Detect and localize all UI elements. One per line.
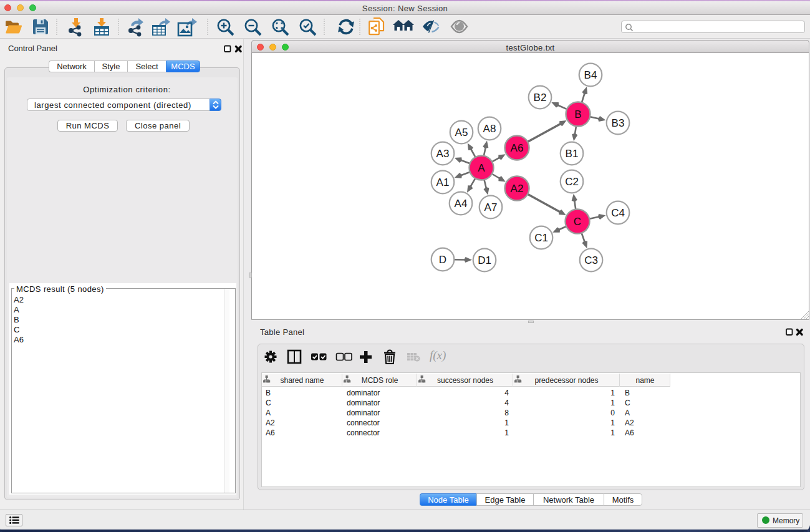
svg-text:B3: B3: [612, 117, 625, 129]
svg-text:A3: A3: [436, 148, 450, 160]
svg-text:B1: B1: [566, 148, 579, 160]
svg-text:A: A: [478, 162, 485, 174]
svg-text:B4: B4: [584, 69, 597, 81]
svg-text:C2: C2: [565, 176, 579, 188]
svg-text:A8: A8: [483, 123, 496, 135]
svg-text:A4: A4: [455, 198, 468, 210]
svg-text:C1: C1: [534, 232, 548, 244]
svg-text:C4: C4: [611, 207, 625, 219]
svg-text:A2: A2: [511, 183, 524, 195]
svg-text:B: B: [574, 109, 581, 120]
svg-text:D: D: [439, 254, 446, 266]
svg-text:B2: B2: [534, 92, 547, 104]
svg-text:A7: A7: [485, 201, 498, 213]
svg-text:A5: A5: [455, 127, 468, 138]
svg-text:C: C: [574, 216, 581, 228]
svg-text:C3: C3: [584, 254, 598, 266]
svg-text:A6: A6: [511, 142, 524, 154]
svg-text:D1: D1: [478, 254, 491, 266]
svg-text:A1: A1: [436, 177, 450, 188]
